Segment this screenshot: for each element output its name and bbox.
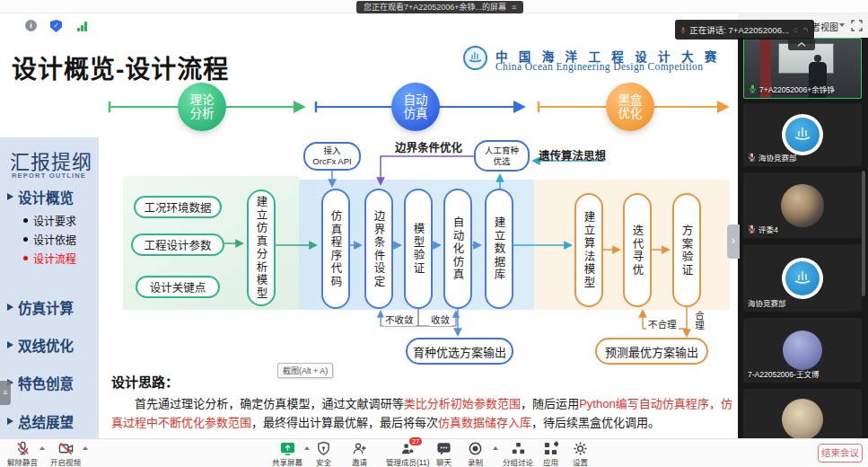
apps-icon [543, 441, 558, 456]
view-mode-label[interactable]: 者视图 [811, 20, 838, 33]
watching-banner[interactable]: 您正在观看7+A22052006+余铮...的屏幕 ≡ [356, 1, 523, 13]
mic-muted-icon [748, 153, 756, 162]
outline-subtitle: REPORT OUTLINE [12, 172, 86, 180]
pill-boundary-setting: 边界条件设定 [364, 189, 393, 309]
chat-button[interactable]: 聊天 [436, 441, 452, 467]
pill-sim-code: 仿真程序代码 [321, 189, 350, 309]
left-drawer-handle[interactable]: ≡ [0, 381, 11, 405]
pill-design-keypoints: 设计关键点 [136, 276, 220, 298]
participant-name-row: 评委4 [748, 224, 778, 234]
breakout-icon [511, 441, 526, 456]
participant-tile[interactable]: 海协竞赛部 [743, 103, 862, 166]
record-icon [468, 441, 483, 456]
bullet-icon [23, 237, 28, 242]
outline-section-creative-features: 特色创意 [7, 373, 74, 392]
stage-blackbox-optimization: 黑盒优化 [606, 83, 654, 131]
security-button[interactable]: 安全 [316, 441, 331, 467]
invite-button[interactable]: 邀请 [352, 441, 367, 467]
participant-tile[interactable]: 海协竞赛部 [743, 244, 862, 312]
share-options-chevron[interactable] [304, 446, 310, 450]
pill-breeding-output: 育种优选方案输出 [406, 338, 513, 365]
bullet-icon [23, 218, 28, 223]
network-signal-icon[interactable] [77, 21, 89, 31]
pill-design-parameters: 工程设计参数 [131, 234, 224, 256]
pill-model-validation: 模型验证 [404, 189, 433, 309]
bullet-icon [23, 256, 28, 260]
screenshot-hint-tooltip: 截图(Alt + A) [277, 363, 333, 378]
participants-sidebar: 7+A22052006+余铮铮 海协竞赛部 评委4 海 [738, 38, 868, 438]
outline-sub-design-process-current: 设计流程 [23, 251, 76, 266]
pill-auto-simulation: 自动化仿真 [443, 189, 472, 309]
collapse-videos-button[interactable] [788, 39, 815, 50]
label-reasonable: 合理 [693, 311, 706, 330]
info-icon[interactable]: i [25, 20, 37, 31]
outline-section-summary: 总结展望 [7, 411, 74, 431]
members-count-badge: 27 [409, 437, 422, 445]
sidebar-scrollbar-thumb[interactable] [862, 171, 865, 296]
video-options-chevron[interactable] [83, 446, 88, 450]
pill-build-algorithm-model: 建立算法模型 [574, 193, 603, 307]
label-converged: 收敛 [429, 313, 452, 326]
fullscreen-icon[interactable] [851, 19, 863, 35]
participant-tile[interactable]: 7-A22052006-王文博 [743, 318, 862, 383]
cartoon-avatar [783, 330, 822, 370]
end-meeting-button[interactable]: 结束会议 [818, 444, 863, 463]
speaking-toast: 正在讲话: 7+A22052006... [675, 20, 814, 40]
outline-section-design-overview: 设计概览 [7, 187, 74, 207]
pill-predict-output: 预测最优方案输出 [595, 338, 708, 365]
gear-icon [573, 441, 588, 456]
mic-on-icon [749, 84, 757, 93]
planet-avatar [781, 184, 824, 227]
report-outline-panel: 汇报提纲 REPORT OUTLINE 设计概览 设计要求 设计依据 设计流程 … [0, 137, 99, 438]
outline-sub-design-basis: 设计依据 [23, 232, 76, 247]
design-idea-heading: 设计思路： [111, 372, 179, 391]
apps-button[interactable]: 应用 [543, 441, 558, 467]
share-screen-button[interactable]: 共享屏幕 [272, 441, 302, 467]
mic-muted-icon [748, 225, 756, 234]
competition-logo-avatar [782, 258, 823, 299]
triangle-bullet-icon [7, 193, 13, 200]
design-idea-paragraph: 首先通过理论分析，确定仿真模型，通过文献调研等类比分析初始参数范围，随后运用Py… [111, 394, 732, 432]
logo-text-en: China Ocean Engineering Design Competiti… [495, 61, 731, 72]
app-window: 您正在观看7+A22052006+余铮...的屏幕 ≡ – × i ✓ 设计概览… [0, 0, 868, 467]
triangle-bullet-icon [7, 341, 13, 348]
security-shield-icon [316, 441, 331, 456]
share-screen-icon [280, 441, 295, 456]
outline-title: 汇报提纲 [10, 145, 92, 174]
label-genetic-algorithm: 遗传算法思想 [539, 146, 606, 163]
participant-tile[interactable]: 评委4 [743, 172, 862, 238]
wave-icon[interactable] [793, 25, 799, 34]
manage-members-button[interactable]: 管理成员(11) 27 [386, 441, 430, 467]
record-button[interactable]: 录制 [468, 441, 483, 467]
breakout-button[interactable]: 分组讨论 [503, 441, 533, 467]
slide-title: 设计概览-设计流程 [12, 49, 229, 85]
participant-name-row: 海协竞赛部 [748, 297, 786, 308]
pill-build-simulation-model: 建立仿真分析模型 [247, 189, 276, 306]
shield-check-icon[interactable]: ✓ [50, 20, 62, 32]
unmute-button[interactable]: 解除静音 [7, 441, 38, 467]
participant-name-row: 海协竞赛部 [748, 152, 797, 163]
competition-logo-avatar [782, 114, 823, 155]
start-video-button[interactable]: 开启视频 [50, 441, 81, 467]
banner-menu-icon[interactable]: ≡ [512, 1, 516, 13]
chevron-up-icon [796, 41, 807, 48]
participant-tile[interactable] [743, 389, 862, 438]
stage-theory-analysis: 理论分析 [178, 83, 226, 131]
speaking-toast-text: 正在讲话: 7+A22052006... [689, 23, 789, 36]
reply-arrow-icon[interactable] [802, 25, 809, 34]
pill-build-database: 建立数据库 [485, 189, 513, 309]
triangle-bullet-icon [7, 418, 13, 425]
mic-options-chevron[interactable] [39, 446, 45, 450]
record-options-chevron[interactable] [493, 446, 498, 450]
pill-environment-data: 工况环境数据 [134, 196, 222, 218]
triangle-bullet-icon [7, 304, 13, 311]
outline-sub-design-requirements: 设计要求 [23, 213, 76, 228]
label-not-converged: 不收敛 [383, 313, 416, 326]
sidebar-collapse-handle[interactable]: › [727, 225, 740, 259]
watching-banner-text: 您正在观看7+A22052006+余铮...的屏幕 [364, 1, 506, 13]
chevron-down-icon[interactable] [839, 23, 845, 27]
chat-icon [436, 441, 452, 456]
pill-iterative-search: 迭代寻优 [623, 193, 652, 307]
photo-avatar [782, 399, 823, 438]
settings-button[interactable]: 设置 [573, 441, 588, 467]
